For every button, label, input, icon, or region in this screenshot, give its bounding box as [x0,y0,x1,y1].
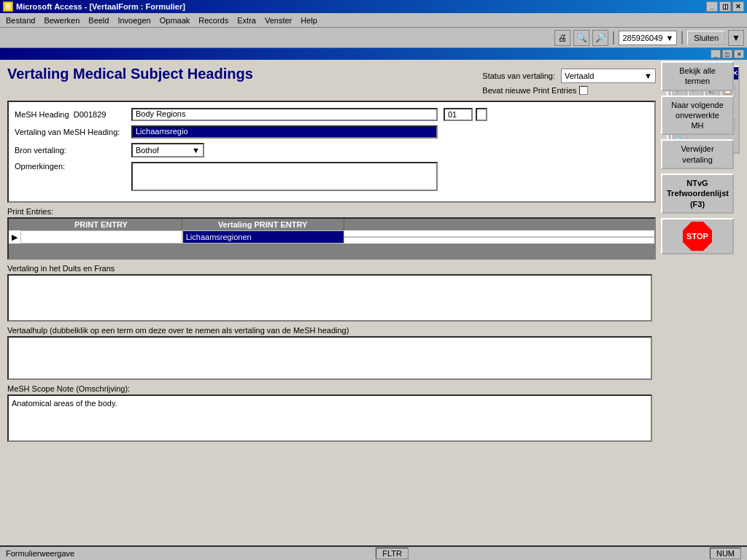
menu-help[interactable]: Help [296,15,322,26]
mesh-value-input[interactable]: Body Regions [131,108,438,121]
minimize-btn[interactable]: _ [706,1,718,12]
mdi-title-bar: _ ◫ ✕ [0,48,747,60]
col-vertaling: Vertaling PRINT ENTRY [182,219,344,230]
stop-btn[interactable]: STOP [661,218,734,254]
bevat-label: Bevat nieuwe Print Entries [482,86,576,95]
scope-note-text: Anatomical areas of the body. [12,399,117,408]
vertaling-entry-cell[interactable]: Lichaamsregionen [182,230,344,244]
vertaling-input[interactable]: Lichaamsregio [131,125,438,139]
toolbar: 🖨 🔍 🔎 285926049 ▼ Sluiten ▼ [0,28,747,48]
menu-bewerken[interactable]: Bewerken [39,15,84,26]
record-number: 285926049 [622,34,662,42]
toolbar-sep1 [613,31,614,44]
volgende-btn[interactable]: Naar volgendeonverwerkteMH [661,96,734,136]
scope-label: MeSH Scope Note (Omschrijving): [7,384,652,393]
bron-row: Bron vertaling: Bothof ▼ [15,143,649,158]
opmerkingen-row: Opmerkingen: [15,162,649,191]
vertaling-label: Vertaling van MeSH Heading: [15,128,131,136]
menu-beeld[interactable]: Beeld [84,15,113,26]
table-header: PRINT ENTRY Vertaling PRINT ENTRY [9,219,654,230]
ntvg-btn[interactable]: NTvGTrefwoordenlijst(F3) [661,174,734,214]
mesh-heading-label: MeSH Heading D001829 [15,110,131,119]
title-bar-left: 🗄 Microsoft Access - [VertaalForm : Form… [3,1,185,12]
status-value: Vertaald [565,71,594,80]
find-btn[interactable]: 🔎 [592,30,608,46]
bron-dropdown[interactable]: Bothof ▼ [131,143,204,158]
status-dropdown[interactable]: Vertaald ▼ [561,69,656,83]
right-buttons: Bekijk alletermen Naar volgendeonverwerk… [661,61,740,254]
menu-records[interactable]: Records [194,15,233,26]
mdi-close[interactable]: ✕ [734,50,744,58]
mesh-heading-row: MeSH Heading D001829 Body Regions 01 [15,108,649,121]
bron-label: Bron vertaling: [15,146,131,155]
toolbar-extra-btn[interactable]: ▼ [728,30,744,46]
scope-note-section: MeSH Scope Note (Omschrijving): Anatomic… [7,384,652,442]
form-title: Vertaling Medical Subject Headings [7,66,253,82]
record-number-field[interactable]: 285926049 ▼ [619,31,677,45]
restore-btn[interactable]: ◫ [719,1,731,12]
form-mode: Formulierweergave [6,549,74,558]
menu-venster[interactable]: Venster [260,15,296,26]
fltr-indicator: FLTR [376,548,409,559]
print-entries-label: Print Entries: [7,207,656,216]
menu-bar: Bestand Bewerken Beeld Invoegen Opmaak R… [0,13,747,28]
status-arrow: ▼ [644,71,652,80]
col-print-entry: PRINT ENTRY [20,219,182,230]
vertaalhulp-label: Vertaalhulp (dubbelklik op een term om d… [7,326,652,335]
window-title: Microsoft Access - [VertaalForm : Formul… [16,2,185,11]
title-bar: 🗄 Microsoft Access - [VertaalForm : Form… [0,0,747,13]
opmerkingen-textarea[interactable] [131,162,438,191]
print-entries-section: Print Entries: Bekijk alletermen Naar vo… [7,207,656,260]
bevat-checkbox[interactable] [579,86,588,95]
menu-opmaak[interactable]: Opmaak [155,15,195,26]
bekijk-alle-btn[interactable]: Bekijk alletermen [661,61,734,91]
sluiten-button[interactable]: Sluiten [687,31,725,45]
search-btn[interactable]: 🔍 [573,30,589,46]
print-entry-cell[interactable] [20,230,182,244]
stop-sign: STOP [683,222,712,251]
bron-arrow: ▼ [192,146,200,155]
vertaalhulp-section: Vertaalhulp (dubbelklik op een term om d… [7,326,652,380]
bevat-row: Bevat nieuwe Print Entries [482,86,656,95]
print-entries-table: PRINT ENTRY Vertaling PRINT ENTRY ▶ Lich… [7,217,656,260]
form-content: Vertaling Medical Subject Headings Statu… [0,60,747,448]
row-indicator: ▶ [9,233,20,242]
form-fields-area: MeSH Heading D001829 Body Regions 01 Ver… [7,101,656,203]
mdi-minimize[interactable]: _ [711,50,721,58]
vertaalhulp-box[interactable] [7,336,652,380]
translation-section: Vertaling in het Duits en Frans [7,264,652,322]
content-wrapper: Vertaling Medical Subject Headings Statu… [0,60,747,560]
translation-box[interactable] [7,274,652,322]
entry-extra[interactable] [344,236,655,238]
title-bar-controls: _ ◫ ✕ [706,1,744,12]
opmerkingen-label: Opmerkingen: [15,162,131,171]
status-label: Status van vertaling: [482,71,555,80]
table-row[interactable]: ▶ Lichaamsregionen [9,230,654,244]
scope-note-box: Anatomical areas of the body. [7,394,652,442]
mesh-number-field[interactable]: 01 [444,108,473,121]
menu-bestand[interactable]: Bestand [1,15,39,26]
dropdown-arrow: ▼ [665,34,673,42]
verwijder-btn[interactable]: Verwijdervertaling [661,139,734,169]
mesh-id: D001829 [74,110,107,119]
status-row: Status van vertaling: Vertaald ▼ [482,69,656,83]
inner-window: Vertaling Medical Subject Headings Statu… [0,60,747,560]
header-spacer [9,219,20,230]
status-bar: Formulierweergave FLTR NUM [0,545,747,560]
print-btn[interactable]: 🖨 [554,30,570,46]
close-btn[interactable]: ✕ [732,1,744,12]
toolbar-sep2 [681,31,683,44]
mdi-restore[interactable]: ◫ [722,50,732,58]
app-icon: 🗄 [3,1,13,12]
menu-extra[interactable]: Extra [233,15,260,26]
col-empty [344,219,655,230]
menu-invoegen[interactable]: Invoegen [113,15,155,26]
vertaling-row: Vertaling van MeSH Heading: Lichaamsregi… [15,125,649,139]
table-empty-row [9,244,654,258]
num-indicator: NUM [710,548,741,559]
mdi-controls: _ ◫ ✕ [711,50,744,58]
mesh-checkbox[interactable] [476,108,487,121]
translation-label: Vertaling in het Duits en Frans [7,264,652,273]
